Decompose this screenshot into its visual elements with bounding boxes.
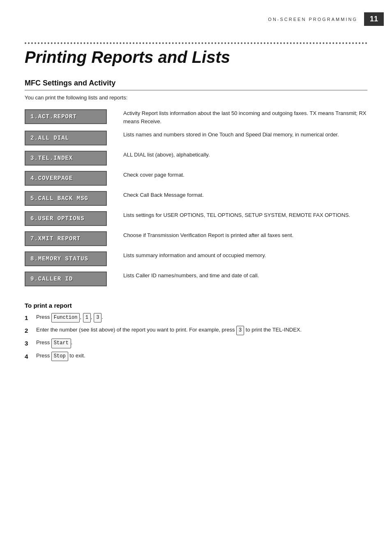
lcd-cell: 2.ALL DIAL: [25, 129, 123, 149]
keyboard-key: Stop: [51, 352, 68, 361]
table-row: 5.CALL BACK MSGCheck Call Back Message f…: [25, 189, 367, 209]
page-number: 11: [364, 12, 384, 26]
main-title: Printing Reports and Lists: [25, 48, 367, 67]
desc-cell-5: Check Call Back Message format.: [123, 189, 367, 209]
section-intro: You can print the following lists and re…: [25, 94, 367, 101]
keyboard-key: Start: [51, 339, 71, 348]
lcd-display-7: 7.XMIT REPORT: [25, 231, 107, 246]
items-table: 1.ACT.REPORTActivity Report lists inform…: [25, 107, 367, 290]
keyboard-key: 1: [83, 313, 91, 322]
desc-cell-9: Lists Caller ID names/numbers, and time …: [123, 269, 367, 290]
steps-list: 1Press Function, 1, 3.2Enter the number …: [25, 313, 367, 361]
lcd-cell: 8.MEMORY STATUS: [25, 249, 123, 269]
lcd-display-9: 9.CALLER ID: [25, 272, 107, 286]
lcd-cell: 9.CALLER ID: [25, 269, 123, 290]
desc-cell-4: Check cover page format.: [123, 169, 367, 189]
step-number: 1: [25, 313, 28, 323]
lcd-cell: 3.TEL.INDEX: [25, 149, 123, 169]
step-number: 2: [25, 326, 28, 336]
keyboard-key: 3: [236, 326, 244, 335]
lcd-display-1: 1.ACT.REPORT: [25, 109, 107, 124]
lcd-display-4: 4.COVERPAGE: [25, 171, 107, 186]
lcd-cell: 6.USER OPTIONS: [25, 209, 123, 229]
table-row: 9.CALLER IDLists Caller ID names/numbers…: [25, 269, 367, 290]
lcd-display-5: 5.CALL BACK MSG: [25, 191, 107, 206]
step-number: 4: [25, 352, 28, 362]
content-area: MFC Settings and Activity You can print …: [25, 79, 367, 361]
step-item: 1Press Function, 1, 3.: [25, 313, 367, 322]
step-item: 2Enter the number (see list above) of th…: [25, 326, 367, 335]
to-print-title: To print a report: [25, 302, 367, 309]
table-row: 2.ALL DIALLists names and numbers stored…: [25, 129, 367, 149]
table-row: 1.ACT.REPORTActivity Report lists inform…: [25, 107, 367, 129]
desc-cell-7: Choose if Transmission Verification Repo…: [123, 229, 367, 249]
header: ON-SCREEN PROGRAMMING 11: [0, 8, 392, 30]
lcd-display-6: 6.USER OPTIONS: [25, 211, 107, 226]
desc-cell-3: ALL DIAL list (above), alphabetically.: [123, 149, 367, 169]
lcd-display-3: 3.TEL.INDEX: [25, 151, 107, 166]
lcd-cell: 7.XMIT REPORT: [25, 229, 123, 249]
table-row: 6.USER OPTIONSLists settings for USER OP…: [25, 209, 367, 229]
table-row: 8.MEMORY STATUSLists summary information…: [25, 249, 367, 269]
step-number: 3: [25, 339, 28, 348]
lcd-cell: 4.COVERPAGE: [25, 169, 123, 189]
lcd-cell: 1.ACT.REPORT: [25, 107, 123, 129]
lcd-cell: 5.CALL BACK MSG: [25, 189, 123, 209]
section-label: ON-SCREEN PROGRAMMING: [268, 17, 357, 22]
keyboard-key: 3: [94, 313, 101, 322]
step-item: 4Press Stop to exit.: [25, 352, 367, 361]
lcd-display-2: 2.ALL DIAL: [25, 131, 107, 145]
desc-cell-8: Lists summary information and amount of …: [123, 249, 367, 269]
table-row: 7.XMIT REPORTChoose if Transmission Veri…: [25, 229, 367, 249]
keyboard-key: Function: [51, 313, 80, 322]
desc-cell-2: Lists names and numbers stored in One To…: [123, 129, 367, 149]
step-item: 3Press Start.: [25, 339, 367, 348]
desc-cell-6: Lists settings for USER OPTIONS, TEL OPT…: [123, 209, 367, 229]
desc-cell-1: Activity Report lists information about …: [123, 107, 367, 129]
table-row: 3.TEL.INDEXALL DIAL list (above), alphab…: [25, 149, 367, 169]
lcd-display-8: 8.MEMORY STATUS: [25, 251, 107, 266]
section-title: MFC Settings and Activity: [25, 79, 367, 90]
table-row: 4.COVERPAGECheck cover page format.: [25, 169, 367, 189]
dots-divider: [25, 42, 367, 46]
